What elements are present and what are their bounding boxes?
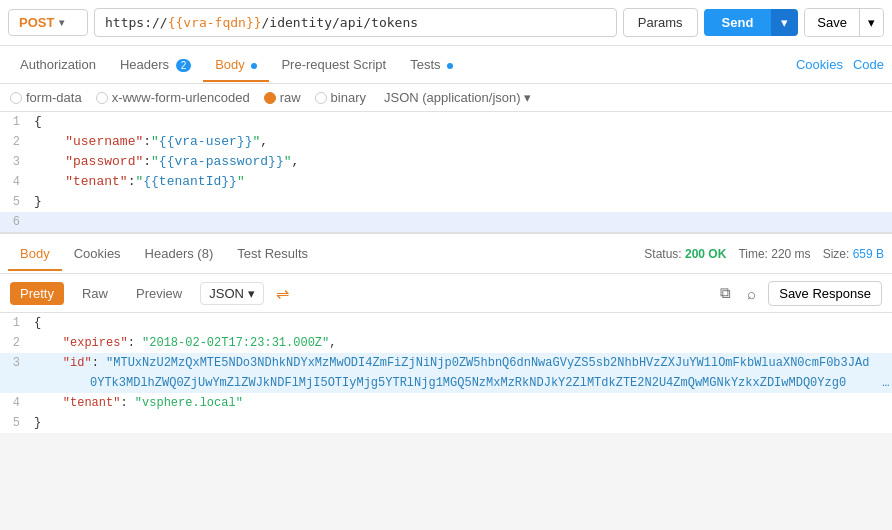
resp-tab-body[interactable]: Body [8,238,62,271]
tab-tests[interactable]: Tests [398,49,465,82]
save-dropdown-button[interactable]: ▾ [859,9,883,36]
url-highlight: {{vra-fqdn}} [168,15,262,30]
save-button[interactable]: Save [805,9,859,36]
code-link[interactable]: Code [853,57,884,72]
body-dot [251,63,257,69]
response-type-label: JSON [209,286,244,301]
resp-line-2: 2 "expires": "2018-02-02T17:23:31.000Z", [0,333,892,353]
resp-tab-cookies[interactable]: Cookies [62,238,133,271]
response-type-chevron-icon: ▾ [248,286,255,301]
resp-line-5: 5 } [0,413,892,433]
format-preview-button[interactable]: Preview [126,282,192,305]
status-label: Status: 200 OK [644,247,726,261]
size-value: 659 B [853,247,884,261]
resp-line-3b: 0YTk3MDlhZWQ0ZjUwYmZlZWJkNDFlMjI5OTIyMjg… [0,373,892,393]
params-button[interactable]: Params [623,8,698,37]
response-format-bar: Pretty Raw Preview JSON ▾ ⇌ ⧉ ⌕ Save Res… [0,274,892,313]
method-chevron-icon: ▾ [59,17,64,28]
tests-dot [447,63,453,69]
resp-tab-test-results[interactable]: Test Results [225,238,320,271]
req-line-5: 5 } [0,192,892,212]
req-line-1: 1 { [0,112,892,132]
response-type-select[interactable]: JSON ▾ [200,282,264,305]
copy-response-button[interactable]: ⧉ [716,280,735,306]
send-group: Send ▾ [704,9,799,36]
top-bar: POST ▾ https://{{vra-fqdn}}/identity/api… [0,0,892,46]
json-type-select[interactable]: JSON (application/json) ▾ [384,90,531,105]
option-binary[interactable]: binary [315,90,366,105]
response-section: Body Cookies Headers (8) Test Results St… [0,234,892,433]
tab-prerequest[interactable]: Pre-request Script [269,49,398,82]
format-pretty-button[interactable]: Pretty [10,282,64,305]
send-button[interactable]: Send [704,9,772,36]
tab-body[interactable]: Body [203,49,269,82]
json-type-label: JSON (application/json) [384,90,521,105]
size-label: Size: 659 B [823,247,884,261]
resp-line-4: 4 "tenant": "vsphere.local" [0,393,892,413]
search-response-button[interactable]: ⌕ [743,281,760,306]
response-status-bar: Status: 200 OK Time: 220 ms Size: 659 B [644,247,884,261]
time-label: Time: 220 ms [738,247,810,261]
radio-binary [315,92,327,104]
radio-urlencoded [96,92,108,104]
req-line-3: 3 "password":"{{vra-password}}", [0,152,892,172]
request-body-editor[interactable]: 1 { 2 "username":"{{vra-user}}", 3 "pass… [0,112,892,234]
body-options: form-data x-www-form-urlencoded raw bina… [0,84,892,112]
resp-line-1: 1 { [0,313,892,333]
time-value: 220 ms [771,247,810,261]
resp-tab-headers[interactable]: Headers (8) [133,238,226,271]
radio-form-data [10,92,22,104]
send-dropdown-button[interactable]: ▾ [771,9,798,36]
option-raw[interactable]: raw [264,90,301,105]
option-form-data[interactable]: form-data [10,90,82,105]
format-raw-button[interactable]: Raw [72,282,118,305]
json-type-chevron-icon: ▾ [524,90,531,105]
request-tabs-right: Cookies Code [796,57,884,72]
wrap-icon[interactable]: ⇌ [276,284,289,303]
tab-headers[interactable]: Headers 2 [108,49,203,82]
url-suffix: /identity/api/tokens [262,15,419,30]
option-urlencoded[interactable]: x-www-form-urlencoded [96,90,250,105]
url-input[interactable]: https://{{vra-fqdn}}/identity/api/tokens [94,8,617,37]
save-group: Save ▾ [804,8,884,37]
req-line-4: 4 "tenant":"{{tenantId}}" [0,172,892,192]
resp-line-3: 3 "id": "MTUxNzU2MzQxMTE5NDo3NDhkNDYxMzM… [0,353,892,373]
method-value: POST [19,15,54,30]
cookies-link[interactable]: Cookies [796,57,843,72]
radio-raw [264,92,276,104]
status-value: 200 OK [685,247,726,261]
response-tabs: Body Cookies Headers (8) Test Results St… [0,234,892,274]
headers-badge: 2 [176,59,192,72]
response-body: 1 { 2 "expires": "2018-02-02T17:23:31.00… [0,313,892,433]
response-tools: ⧉ ⌕ Save Response [716,280,882,306]
save-response-button[interactable]: Save Response [768,281,882,306]
req-line-2: 2 "username":"{{vra-user}}", [0,132,892,152]
request-tabs: Authorization Headers 2 Body Pre-request… [0,46,892,84]
tab-authorization[interactable]: Authorization [8,49,108,82]
url-prefix: https:// [105,15,168,30]
req-line-6: 6 [0,212,892,232]
method-dropdown[interactable]: POST ▾ [8,9,88,36]
